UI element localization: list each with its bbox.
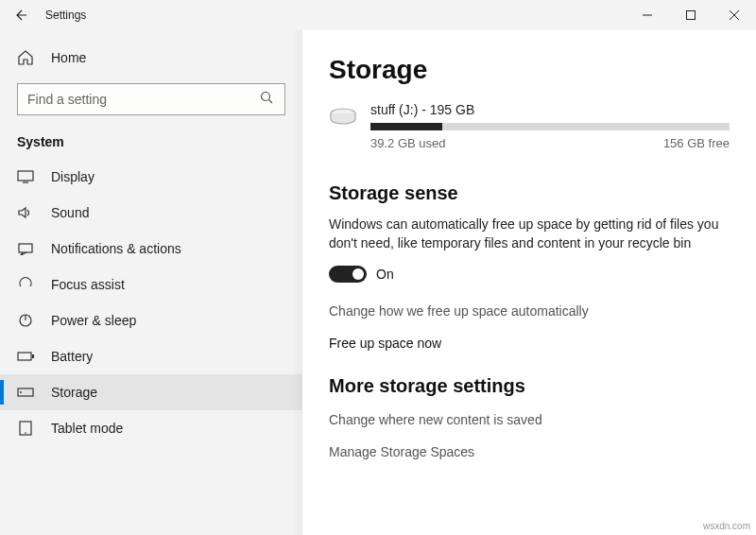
back-button[interactable]: [0, 0, 42, 30]
storage-sense-toggle[interactable]: [329, 266, 367, 283]
link-change-where[interactable]: Change where new content is saved: [329, 412, 730, 427]
drive-usage-fill: [370, 123, 442, 130]
close-icon: [730, 10, 739, 20]
sidebar: Home System Display Sound Notifications …: [0, 30, 302, 535]
drive-icon: [329, 106, 357, 134]
svg-rect-1: [687, 11, 696, 20]
sidebar-item-label: Sound: [51, 205, 89, 220]
maximize-button[interactable]: [669, 0, 713, 30]
sidebar-item-label: Storage: [51, 385, 97, 400]
more-storage-heading: More storage settings: [329, 375, 730, 397]
sidebar-item-label: Notifications & actions: [51, 241, 181, 256]
sound-icon: [17, 206, 34, 219]
sidebar-item-label: Focus assist: [51, 277, 125, 292]
svg-rect-12: [32, 354, 34, 358]
storage-icon: [17, 387, 34, 398]
focus-assist-icon: [17, 277, 34, 292]
sidebar-item-battery[interactable]: Battery: [0, 338, 302, 374]
search-input[interactable]: [27, 92, 260, 107]
search-input-wrap[interactable]: [17, 83, 285, 115]
storage-sense-heading: Storage sense: [329, 182, 730, 204]
minimize-icon: [643, 10, 652, 20]
close-button[interactable]: [713, 0, 756, 30]
arrow-left-icon: [13, 8, 28, 23]
storage-sense-toggle-label: On: [376, 267, 394, 282]
sidebar-item-display[interactable]: Display: [0, 159, 302, 195]
storage-sense-desc: Windows can automatically free up space …: [329, 216, 730, 252]
page-title: Storage: [329, 55, 730, 85]
window-title: Settings: [45, 9, 86, 22]
tablet-icon: [17, 421, 34, 436]
main-panel: Storage stuff (J:) - 195 GB 39.2 GB used…: [302, 30, 756, 535]
svg-point-4: [262, 93, 270, 101]
battery-icon: [17, 351, 34, 362]
link-free-now[interactable]: Free up space now: [329, 336, 730, 351]
svg-point-14: [20, 391, 22, 393]
display-icon: [17, 170, 34, 183]
sidebar-item-storage[interactable]: Storage: [0, 374, 302, 410]
titlebar: Settings: [0, 0, 756, 30]
drive-used: 39.2 GB used: [370, 136, 446, 150]
sidebar-item-label: Power & sleep: [51, 313, 136, 328]
link-change-auto[interactable]: Change how we free up space automaticall…: [329, 303, 730, 319]
drive-summary[interactable]: stuff (J:) - 195 GB 39.2 GB used 156 GB …: [329, 102, 730, 150]
sidebar-item-label: Tablet mode: [51, 421, 123, 436]
drive-free: 156 GB free: [663, 136, 730, 150]
watermark: wsxdn.com: [703, 521, 750, 531]
sidebar-item-label: Display: [51, 169, 94, 184]
svg-line-5: [269, 100, 273, 104]
svg-rect-6: [18, 171, 33, 181]
svg-rect-8: [19, 244, 32, 252]
sidebar-item-label: Battery: [51, 349, 93, 364]
link-manage-spaces[interactable]: Manage Storage Spaces: [329, 444, 730, 459]
search-icon: [260, 91, 275, 108]
drive-name: stuff (J:) - 195 GB: [370, 102, 730, 117]
sidebar-item-notifications[interactable]: Notifications & actions: [0, 231, 302, 267]
sidebar-item-tablet-mode[interactable]: Tablet mode: [0, 410, 302, 446]
power-icon: [17, 313, 34, 328]
home-label: Home: [51, 50, 86, 65]
minimize-button[interactable]: [626, 0, 669, 30]
home-icon: [17, 49, 34, 66]
sidebar-item-sound[interactable]: Sound: [0, 195, 302, 231]
notifications-icon: [17, 242, 34, 255]
section-heading: System: [0, 129, 302, 159]
svg-rect-11: [18, 353, 31, 360]
drive-usage-bar: [370, 123, 730, 130]
home-nav[interactable]: Home: [0, 42, 302, 74]
svg-point-16: [25, 432, 26, 434]
sidebar-item-power-sleep[interactable]: Power & sleep: [0, 302, 302, 338]
maximize-icon: [686, 10, 696, 20]
sidebar-item-focus-assist[interactable]: Focus assist: [0, 267, 302, 302]
